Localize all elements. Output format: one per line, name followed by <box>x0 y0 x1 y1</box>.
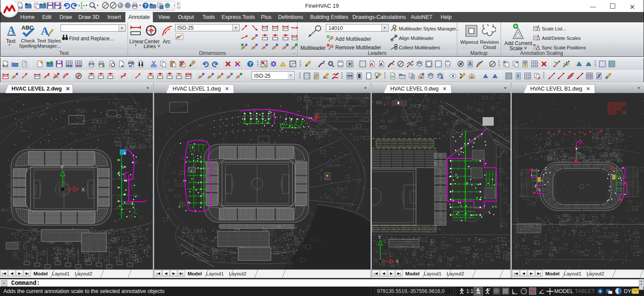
svg-text:Y: Y <box>378 235 381 240</box>
svg-text:X: X <box>396 259 399 264</box>
svg-text:ABC: ABC <box>128 61 134 64</box>
svg-text:A: A <box>7 24 15 36</box>
svg-text:BLD: BLD <box>12 61 18 63</box>
svg-text:A: A <box>380 62 383 67</box>
svg-text:Y: Y <box>61 165 64 170</box>
svg-text:X: X <box>82 187 85 192</box>
svg-text:RCIS: RCIS <box>67 64 72 67</box>
svg-text:A: A <box>41 25 49 37</box>
svg-text:RCIS: RCIS <box>76 64 82 67</box>
svg-text:BLD: BLD <box>3 64 8 67</box>
svg-text:A: A <box>370 62 374 67</box>
